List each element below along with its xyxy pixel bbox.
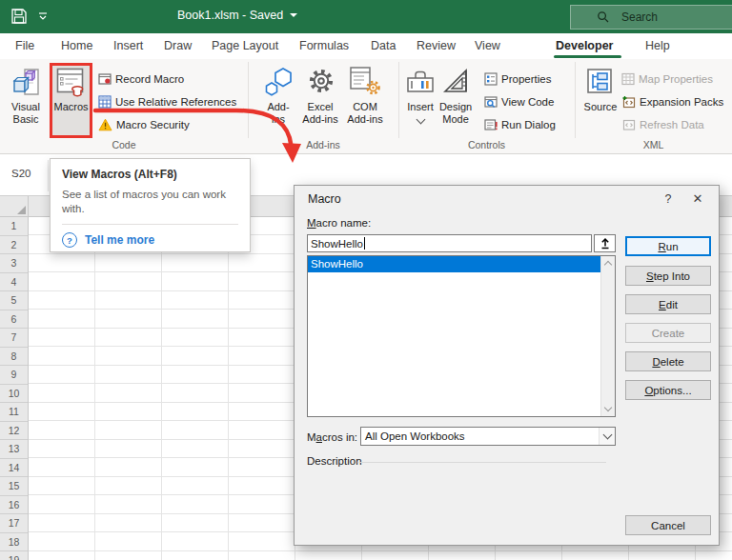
row-header[interactable]: 2 xyxy=(0,236,28,255)
macros-in-label: Macros in: xyxy=(307,431,357,443)
tab-formulas[interactable]: Formulas xyxy=(299,39,349,52)
dropdown-chevron-icon[interactable] xyxy=(599,428,615,445)
row-header[interactable]: 9 xyxy=(0,366,28,385)
tab-developer[interactable]: Developer xyxy=(556,39,613,52)
move-up-button[interactable] xyxy=(594,234,616,252)
tab-insert[interactable]: Insert xyxy=(113,39,143,52)
row-header[interactable]: 1 xyxy=(0,217,28,236)
row-header[interactable]: 13 xyxy=(0,440,28,459)
insert-control-button[interactable]: Insert xyxy=(402,101,438,126)
row-header[interactable]: 5 xyxy=(0,291,28,310)
design-mode-icon[interactable] xyxy=(439,65,472,97)
insert-dropdown-chevron-icon xyxy=(416,115,425,125)
list-scrollbar[interactable] xyxy=(600,256,615,416)
row-header[interactable]: 19 xyxy=(0,551,28,560)
save-icon[interactable] xyxy=(10,7,29,26)
map-properties-icon xyxy=(621,72,635,86)
macro-list-item[interactable]: ShowHello xyxy=(308,256,615,272)
document-title[interactable]: Book1.xlsm - Saved xyxy=(177,9,297,22)
record-macro-button[interactable]: Record Macro xyxy=(98,71,184,87)
add-ins-button[interactable]: Add- ins xyxy=(257,101,299,126)
dialog-help-button[interactable]: ? xyxy=(661,192,676,206)
macro-list[interactable]: ShowHello xyxy=(307,255,616,417)
visual-basic-button[interactable]: Visual Basic xyxy=(2,101,50,126)
properties-icon xyxy=(484,72,498,86)
properties-button[interactable]: Properties xyxy=(484,71,551,87)
search-label: Search xyxy=(621,10,658,24)
step-into-button[interactable]: Step Into xyxy=(625,266,711,286)
insert-control-icon[interactable] xyxy=(404,67,437,97)
name-box-separator xyxy=(48,160,49,191)
row-header[interactable]: 6 xyxy=(0,310,28,330)
group-label-controls: Controls xyxy=(398,139,575,150)
row-header[interactable]: 16 xyxy=(0,496,28,515)
active-tab-underline xyxy=(554,55,621,58)
tab-view[interactable]: View xyxy=(475,39,500,52)
help-circle-icon: ? xyxy=(62,232,77,248)
expansion-packs-icon xyxy=(621,95,636,109)
run-dialog-button[interactable]: Run Dialog xyxy=(484,117,556,132)
description-label: Description xyxy=(307,455,362,467)
row-header[interactable]: 11 xyxy=(0,403,28,422)
row-header[interactable]: 12 xyxy=(0,422,28,441)
cancel-button[interactable]: Cancel xyxy=(625,515,711,535)
group-label-xml: XML xyxy=(575,139,732,150)
view-code-icon xyxy=(484,95,498,109)
run-dialog-icon xyxy=(484,118,498,131)
macros-button[interactable]: Macros xyxy=(50,101,92,113)
row-header[interactable]: 14 xyxy=(0,459,28,478)
row-header[interactable]: 10 xyxy=(0,385,28,404)
row-header[interactable]: 18 xyxy=(0,533,28,552)
source-icon[interactable] xyxy=(585,67,616,97)
scroll-down-icon[interactable] xyxy=(604,404,612,411)
macros-tooltip: View Macros (Alt+F8) See a list of macro… xyxy=(50,158,251,252)
tab-help[interactable]: Help xyxy=(645,39,670,52)
tab-file[interactable]: File xyxy=(15,39,34,52)
tab-home[interactable]: Home xyxy=(61,39,92,52)
tab-draw[interactable]: Draw xyxy=(164,39,192,52)
description-divider xyxy=(357,462,606,463)
dialog-close-icon[interactable]: ✕ xyxy=(689,191,706,206)
select-all-corner[interactable] xyxy=(0,196,29,217)
view-code-button[interactable]: View Code xyxy=(484,94,554,110)
row-header[interactable]: 4 xyxy=(0,273,28,292)
expansion-packs-button[interactable]: Expansion Packs xyxy=(621,94,723,110)
tab-data[interactable]: Data xyxy=(371,39,396,52)
com-add-ins-button[interactable]: COM Add-ins xyxy=(342,101,388,126)
search-input[interactable]: Search xyxy=(570,5,732,30)
row-header[interactable]: 15 xyxy=(0,477,28,496)
row-header[interactable]: 7 xyxy=(0,329,28,348)
row-header[interactable]: 8 xyxy=(0,348,28,367)
row-header[interactable]: 17 xyxy=(0,514,28,533)
tab-page-layout[interactable]: Page Layout xyxy=(212,39,278,52)
options-button[interactable]: Options... xyxy=(625,380,711,400)
qat-customize-icon[interactable] xyxy=(38,12,48,20)
name-box[interactable]: S20 xyxy=(11,168,30,179)
group-label-code: Code xyxy=(0,139,248,150)
run-button[interactable]: Run xyxy=(625,236,711,256)
group-separator xyxy=(398,62,399,138)
macros-in-dropdown[interactable]: All Open Workbooks xyxy=(360,427,616,446)
delete-button[interactable]: Delete xyxy=(625,351,711,371)
excel-add-ins-button[interactable]: Excel Add-ins xyxy=(297,101,343,126)
row-header[interactable]: 3 xyxy=(0,254,28,273)
group-label-add-ins: Add-ins xyxy=(248,139,398,150)
visual-basic-icon[interactable] xyxy=(10,67,43,99)
edit-button[interactable]: Edit xyxy=(625,294,711,314)
add-ins-icon[interactable] xyxy=(263,65,295,99)
design-mode-button[interactable]: Design Mode xyxy=(435,101,477,126)
macro-name-input[interactable]: ShowHello xyxy=(307,234,592,252)
row-headers[interactable]: 12345678910111213141516171819 xyxy=(0,217,29,560)
macros-icon[interactable] xyxy=(56,67,86,99)
scroll-up-icon[interactable] xyxy=(604,261,612,269)
refresh-data-icon xyxy=(621,118,636,131)
com-add-ins-icon[interactable] xyxy=(349,66,381,96)
record-macro-icon xyxy=(98,72,112,86)
tell-me-more-link[interactable]: ? Tell me more xyxy=(62,232,238,248)
ribbon-tab-row: File Home Insert Draw Page Layout Formul… xyxy=(0,33,732,59)
source-button[interactable]: Source xyxy=(581,101,620,113)
use-relative-references-button[interactable]: Use Relative References xyxy=(98,94,236,110)
macro-security-button[interactable]: Macro Security xyxy=(98,117,190,132)
excel-add-ins-icon[interactable] xyxy=(306,66,336,96)
tab-review[interactable]: Review xyxy=(417,39,456,52)
